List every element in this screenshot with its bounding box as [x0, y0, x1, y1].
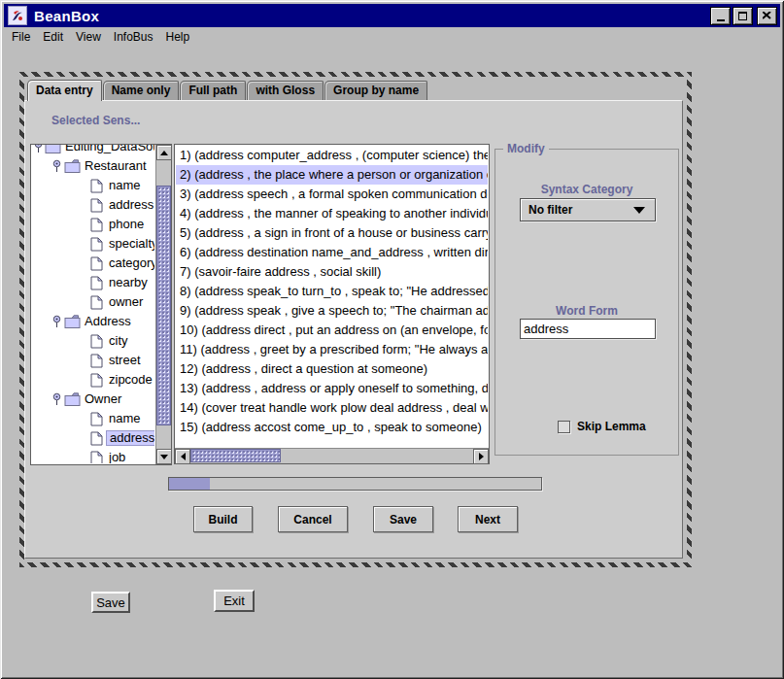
- tree-node-category[interactable]: category: [32, 254, 154, 273]
- file-icon: [90, 451, 103, 463]
- tree-node-city[interactable]: city: [32, 331, 154, 351]
- word-form-input[interactable]: [520, 319, 656, 339]
- menu-help[interactable]: Help: [166, 30, 190, 44]
- title-bar: BeanBox: [4, 4, 780, 27]
- menu-bar: FileEditViewInfoBusHelp: [4, 27, 780, 47]
- sense-list-item[interactable]: 10) (address direct , put an address on …: [176, 321, 488, 340]
- tree-node-label: Editing_DataSou: [62, 145, 154, 154]
- syntax-category-dropdown[interactable]: No filter: [520, 198, 656, 221]
- tree-node-label: job: [106, 450, 128, 463]
- sense-list-item[interactable]: 15) (address accost come_up_to , speak t…: [176, 418, 488, 437]
- syntax-category-label: Syntax Category: [495, 183, 678, 196]
- tree-node-label: specialty: [106, 236, 154, 252]
- scroll-down-icon[interactable]: [156, 449, 172, 464]
- modify-group-title: Modify: [503, 142, 549, 155]
- progress-bar: [168, 477, 542, 491]
- syntax-category-value: No filter: [528, 203, 572, 217]
- maximize-icon[interactable]: [733, 7, 753, 25]
- minimize-icon[interactable]: [710, 7, 731, 25]
- tree-scrollbar-thumb[interactable]: [156, 186, 171, 425]
- tree-node-label: city: [106, 333, 131, 349]
- tree-node-label: zipcode: [106, 372, 154, 388]
- scroll-left-icon[interactable]: [175, 449, 190, 464]
- tree-node-label: Restaurant: [82, 158, 150, 174]
- tree-node-name[interactable]: name: [32, 409, 154, 428]
- schema-tree: Editing_DataSouRestaurantnameaddressphon…: [30, 144, 172, 465]
- tree-node-editing-datasou[interactable]: Editing_DataSou: [32, 145, 154, 156]
- duke-java-icon: [8, 6, 27, 25]
- tree-node-address[interactable]: address: [32, 428, 154, 448]
- tree-expander-icon[interactable]: [51, 392, 62, 410]
- tree-node-specialty[interactable]: specialty: [32, 234, 154, 254]
- sense-list-item[interactable]: 4) (address , the manner of speaking to …: [176, 204, 488, 223]
- tree-node-address[interactable]: Address: [32, 312, 154, 331]
- tree-node-label: nearby: [106, 275, 151, 290]
- selected-senses-label: Selected Sens...: [51, 114, 140, 127]
- tab-name-only[interactable]: Name only: [103, 81, 180, 100]
- tree-node-label: address: [106, 197, 154, 213]
- tree-node-label: name: [106, 411, 144, 426]
- progress-bar-fill: [169, 478, 210, 490]
- beanbox-save-button[interactable]: Save: [91, 592, 130, 613]
- sense-list-item[interactable]: 6) (address destination name_and_address…: [176, 243, 488, 262]
- window-controls: [708, 7, 777, 25]
- sense-list-item[interactable]: 5) (address , a sign in front of a house…: [176, 223, 488, 243]
- word-form-label: Word Form: [495, 304, 678, 318]
- tree-node-label: name: [106, 178, 144, 193]
- sense-list-item[interactable]: 9) (address speak , give a speech to; "T…: [176, 301, 488, 321]
- tree-node-label: phone: [106, 217, 147, 232]
- sense-list-item[interactable]: 13) (address , address or apply oneself …: [176, 379, 488, 398]
- cancel-button[interactable]: Cancel: [278, 506, 348, 532]
- skip-lemma-label: Skip Lemma: [577, 420, 646, 433]
- tree-expander-icon[interactable]: [51, 315, 62, 332]
- tree-node-zipcode[interactable]: zipcode: [32, 370, 154, 390]
- scroll-right-icon[interactable]: [473, 449, 489, 464]
- tree-node-label: address: [106, 430, 154, 446]
- tree-node-street[interactable]: street: [32, 351, 154, 370]
- save-button[interactable]: Save: [373, 506, 433, 532]
- tree-expander-icon[interactable]: [51, 159, 62, 177]
- close-icon[interactable]: [757, 7, 777, 25]
- senses-list: 1) (address computer_address , (computer…: [174, 144, 490, 464]
- sense-list-item[interactable]: 7) (savoir-faire address , social skill): [176, 262, 488, 282]
- tab-with-gloss[interactable]: with Gloss: [247, 81, 324, 100]
- beanbox-exit-button[interactable]: Exit: [214, 590, 255, 612]
- sense-list-item[interactable]: 8) (address speak_to turn_to , speak to;…: [176, 282, 488, 301]
- tab-data-entry[interactable]: Data entry: [27, 80, 102, 101]
- menu-file[interactable]: File: [12, 30, 30, 44]
- sense-list-item[interactable]: 1) (address computer_address , (computer…: [176, 146, 488, 165]
- sense-list-item[interactable]: 11) (address , greet by a prescribed for…: [176, 340, 488, 359]
- sense-list-item[interactable]: 2) (address , the place where a person o…: [176, 165, 488, 185]
- next-button[interactable]: Next: [458, 506, 518, 532]
- tree-node-label: street: [106, 353, 144, 368]
- sense-list-item[interactable]: 14) (cover treat handle work plow deal a…: [176, 398, 488, 418]
- senses-list-viewport: 1) (address computer_address , (computer…: [176, 146, 488, 447]
- build-button[interactable]: Build: [193, 506, 253, 532]
- list-scrollbar-thumb[interactable]: [190, 449, 281, 462]
- menu-infobus[interactable]: InfoBus: [114, 30, 153, 44]
- skip-lemma-checkbox[interactable]: [558, 421, 570, 433]
- chevron-down-icon: [633, 207, 645, 214]
- tree-node-owner[interactable]: owner: [32, 292, 154, 312]
- tree-vertical-scrollbar[interactable]: [155, 145, 171, 464]
- tab-row: Data entryName onlyFull pathwith GlossGr…: [27, 80, 428, 100]
- list-horizontal-scrollbar[interactable]: [175, 448, 489, 463]
- tree-node-address[interactable]: address: [32, 195, 154, 215]
- modify-groupbox: Modify Syntax Category No filter Word Fo…: [494, 149, 679, 456]
- tree-node-name[interactable]: name: [32, 176, 154, 195]
- tree-node-job[interactable]: job: [32, 448, 154, 463]
- tree-node-restaurant[interactable]: Restaurant: [32, 156, 154, 176]
- sense-list-item[interactable]: 12) (address , direct a question at some…: [176, 359, 488, 379]
- sense-list-item[interactable]: 3) (address speech , a formal spoken com…: [176, 185, 488, 204]
- menu-view[interactable]: View: [76, 30, 101, 44]
- scroll-up-icon[interactable]: [156, 145, 172, 160]
- tree-node-owner[interactable]: Owner: [32, 390, 154, 409]
- tree-viewport: Editing_DataSouRestaurantnameaddressphon…: [32, 145, 154, 463]
- tab-full-path[interactable]: Full path: [180, 81, 246, 100]
- menu-edit[interactable]: Edit: [43, 30, 63, 44]
- tree-node-label: Owner: [82, 391, 124, 407]
- tree-node-phone[interactable]: phone: [32, 215, 154, 234]
- tab-group-by-name[interactable]: Group by name: [324, 81, 427, 100]
- tree-node-nearby[interactable]: nearby: [32, 273, 154, 292]
- folder-icon: [64, 159, 81, 177]
